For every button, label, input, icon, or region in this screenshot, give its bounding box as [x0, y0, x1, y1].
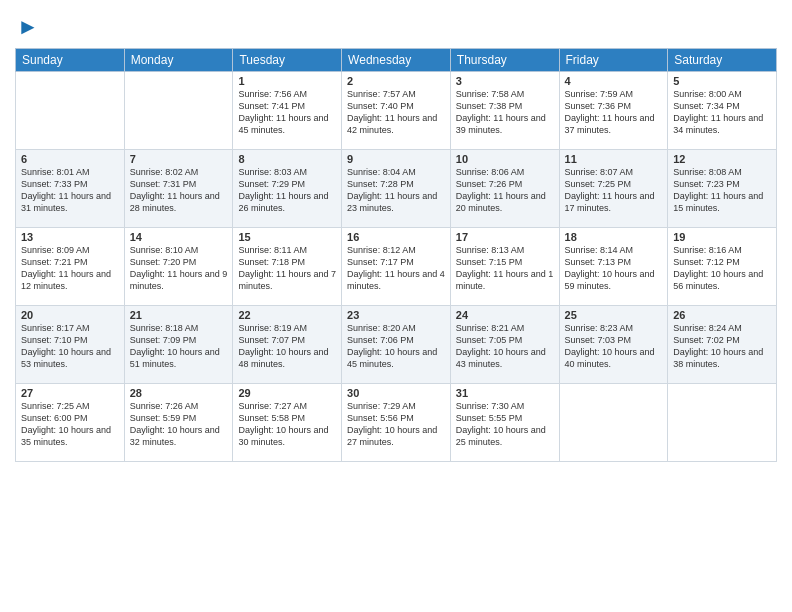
- day-number: 6: [21, 153, 119, 165]
- calendar-cell: 10Sunrise: 8:06 AMSunset: 7:26 PMDayligh…: [450, 150, 559, 228]
- day-number: 27: [21, 387, 119, 399]
- day-info: Sunrise: 8:07 AMSunset: 7:25 PMDaylight:…: [565, 166, 663, 215]
- calendar-cell: 18Sunrise: 8:14 AMSunset: 7:13 PMDayligh…: [559, 228, 668, 306]
- day-info: Sunrise: 8:21 AMSunset: 7:05 PMDaylight:…: [456, 322, 554, 371]
- day-info: Sunrise: 8:09 AMSunset: 7:21 PMDaylight:…: [21, 244, 119, 293]
- day-number: 25: [565, 309, 663, 321]
- day-number: 23: [347, 309, 445, 321]
- weekday-header-thursday: Thursday: [450, 49, 559, 72]
- day-info: Sunrise: 8:00 AMSunset: 7:34 PMDaylight:…: [673, 88, 771, 137]
- day-number: 15: [238, 231, 336, 243]
- calendar-cell: 31Sunrise: 7:30 AMSunset: 5:55 PMDayligh…: [450, 384, 559, 462]
- day-number: 22: [238, 309, 336, 321]
- calendar-cell: 20Sunrise: 8:17 AMSunset: 7:10 PMDayligh…: [16, 306, 125, 384]
- day-info: Sunrise: 8:12 AMSunset: 7:17 PMDaylight:…: [347, 244, 445, 293]
- calendar-cell: 3Sunrise: 7:58 AMSunset: 7:38 PMDaylight…: [450, 72, 559, 150]
- calendar-cell: 28Sunrise: 7:26 AMSunset: 5:59 PMDayligh…: [124, 384, 233, 462]
- day-number: 4: [565, 75, 663, 87]
- calendar-cell: 2Sunrise: 7:57 AMSunset: 7:40 PMDaylight…: [342, 72, 451, 150]
- day-number: 20: [21, 309, 119, 321]
- day-info: Sunrise: 7:56 AMSunset: 7:41 PMDaylight:…: [238, 88, 336, 137]
- day-number: 18: [565, 231, 663, 243]
- day-info: Sunrise: 8:08 AMSunset: 7:23 PMDaylight:…: [673, 166, 771, 215]
- calendar-cell: 29Sunrise: 7:27 AMSunset: 5:58 PMDayligh…: [233, 384, 342, 462]
- day-number: 19: [673, 231, 771, 243]
- weekday-header-sunday: Sunday: [16, 49, 125, 72]
- calendar-cell: 1Sunrise: 7:56 AMSunset: 7:41 PMDaylight…: [233, 72, 342, 150]
- calendar-table: SundayMondayTuesdayWednesdayThursdayFrid…: [15, 48, 777, 462]
- calendar-cell: 26Sunrise: 8:24 AMSunset: 7:02 PMDayligh…: [668, 306, 777, 384]
- day-info: Sunrise: 7:30 AMSunset: 5:55 PMDaylight:…: [456, 400, 554, 449]
- day-info: Sunrise: 8:19 AMSunset: 7:07 PMDaylight:…: [238, 322, 336, 371]
- calendar-cell: 12Sunrise: 8:08 AMSunset: 7:23 PMDayligh…: [668, 150, 777, 228]
- calendar-cell: 30Sunrise: 7:29 AMSunset: 5:56 PMDayligh…: [342, 384, 451, 462]
- calendar-row: 20Sunrise: 8:17 AMSunset: 7:10 PMDayligh…: [16, 306, 777, 384]
- calendar-cell: 25Sunrise: 8:23 AMSunset: 7:03 PMDayligh…: [559, 306, 668, 384]
- day-number: 7: [130, 153, 228, 165]
- day-number: 12: [673, 153, 771, 165]
- day-info: Sunrise: 8:01 AMSunset: 7:33 PMDaylight:…: [21, 166, 119, 215]
- calendar-row: 13Sunrise: 8:09 AMSunset: 7:21 PMDayligh…: [16, 228, 777, 306]
- calendar-cell: 17Sunrise: 8:13 AMSunset: 7:15 PMDayligh…: [450, 228, 559, 306]
- day-info: Sunrise: 8:11 AMSunset: 7:18 PMDaylight:…: [238, 244, 336, 293]
- calendar-cell: 15Sunrise: 8:11 AMSunset: 7:18 PMDayligh…: [233, 228, 342, 306]
- day-info: Sunrise: 8:04 AMSunset: 7:28 PMDaylight:…: [347, 166, 445, 215]
- day-number: 28: [130, 387, 228, 399]
- day-number: 1: [238, 75, 336, 87]
- day-number: 2: [347, 75, 445, 87]
- day-info: Sunrise: 8:03 AMSunset: 7:29 PMDaylight:…: [238, 166, 336, 215]
- calendar-row: 6Sunrise: 8:01 AMSunset: 7:33 PMDaylight…: [16, 150, 777, 228]
- day-info: Sunrise: 8:14 AMSunset: 7:13 PMDaylight:…: [565, 244, 663, 293]
- calendar-cell: 24Sunrise: 8:21 AMSunset: 7:05 PMDayligh…: [450, 306, 559, 384]
- day-info: Sunrise: 8:17 AMSunset: 7:10 PMDaylight:…: [21, 322, 119, 371]
- calendar-cell: 22Sunrise: 8:19 AMSunset: 7:07 PMDayligh…: [233, 306, 342, 384]
- day-info: Sunrise: 8:18 AMSunset: 7:09 PMDaylight:…: [130, 322, 228, 371]
- calendar-cell: 19Sunrise: 8:16 AMSunset: 7:12 PMDayligh…: [668, 228, 777, 306]
- calendar-cell: 7Sunrise: 8:02 AMSunset: 7:31 PMDaylight…: [124, 150, 233, 228]
- calendar-cell: 9Sunrise: 8:04 AMSunset: 7:28 PMDaylight…: [342, 150, 451, 228]
- calendar-cell: 13Sunrise: 8:09 AMSunset: 7:21 PMDayligh…: [16, 228, 125, 306]
- calendar-row: 1Sunrise: 7:56 AMSunset: 7:41 PMDaylight…: [16, 72, 777, 150]
- day-info: Sunrise: 7:57 AMSunset: 7:40 PMDaylight:…: [347, 88, 445, 137]
- day-number: 11: [565, 153, 663, 165]
- weekday-header-row: SundayMondayTuesdayWednesdayThursdayFrid…: [16, 49, 777, 72]
- calendar-cell: [16, 72, 125, 150]
- calendar-row: 27Sunrise: 7:25 AMSunset: 6:00 PMDayligh…: [16, 384, 777, 462]
- weekday-header-monday: Monday: [124, 49, 233, 72]
- day-number: 31: [456, 387, 554, 399]
- calendar-cell: 11Sunrise: 8:07 AMSunset: 7:25 PMDayligh…: [559, 150, 668, 228]
- day-number: 3: [456, 75, 554, 87]
- day-info: Sunrise: 7:27 AMSunset: 5:58 PMDaylight:…: [238, 400, 336, 449]
- day-number: 21: [130, 309, 228, 321]
- calendar-cell: 14Sunrise: 8:10 AMSunset: 7:20 PMDayligh…: [124, 228, 233, 306]
- day-info: Sunrise: 8:20 AMSunset: 7:06 PMDaylight:…: [347, 322, 445, 371]
- day-info: Sunrise: 8:24 AMSunset: 7:02 PMDaylight:…: [673, 322, 771, 371]
- logo-arrow-icon: ►: [17, 14, 39, 40]
- day-number: 29: [238, 387, 336, 399]
- day-number: 14: [130, 231, 228, 243]
- calendar-cell: 16Sunrise: 8:12 AMSunset: 7:17 PMDayligh…: [342, 228, 451, 306]
- day-info: Sunrise: 8:16 AMSunset: 7:12 PMDaylight:…: [673, 244, 771, 293]
- calendar-cell: 6Sunrise: 8:01 AMSunset: 7:33 PMDaylight…: [16, 150, 125, 228]
- calendar-cell: 8Sunrise: 8:03 AMSunset: 7:29 PMDaylight…: [233, 150, 342, 228]
- calendar-cell: 21Sunrise: 8:18 AMSunset: 7:09 PMDayligh…: [124, 306, 233, 384]
- header: ►: [15, 10, 777, 40]
- day-info: Sunrise: 8:02 AMSunset: 7:31 PMDaylight:…: [130, 166, 228, 215]
- day-info: Sunrise: 8:10 AMSunset: 7:20 PMDaylight:…: [130, 244, 228, 293]
- day-info: Sunrise: 8:06 AMSunset: 7:26 PMDaylight:…: [456, 166, 554, 215]
- calendar-cell: [124, 72, 233, 150]
- calendar-cell: 5Sunrise: 8:00 AMSunset: 7:34 PMDaylight…: [668, 72, 777, 150]
- page: ► SundayMondayTuesdayWednesdayThursdayFr…: [0, 0, 792, 612]
- day-number: 30: [347, 387, 445, 399]
- day-info: Sunrise: 7:25 AMSunset: 6:00 PMDaylight:…: [21, 400, 119, 449]
- day-number: 13: [21, 231, 119, 243]
- day-info: Sunrise: 7:58 AMSunset: 7:38 PMDaylight:…: [456, 88, 554, 137]
- calendar-cell: 4Sunrise: 7:59 AMSunset: 7:36 PMDaylight…: [559, 72, 668, 150]
- day-info: Sunrise: 7:29 AMSunset: 5:56 PMDaylight:…: [347, 400, 445, 449]
- day-number: 5: [673, 75, 771, 87]
- calendar-cell: [559, 384, 668, 462]
- calendar-cell: [668, 384, 777, 462]
- day-info: Sunrise: 7:59 AMSunset: 7:36 PMDaylight:…: [565, 88, 663, 137]
- day-number: 17: [456, 231, 554, 243]
- day-info: Sunrise: 8:13 AMSunset: 7:15 PMDaylight:…: [456, 244, 554, 293]
